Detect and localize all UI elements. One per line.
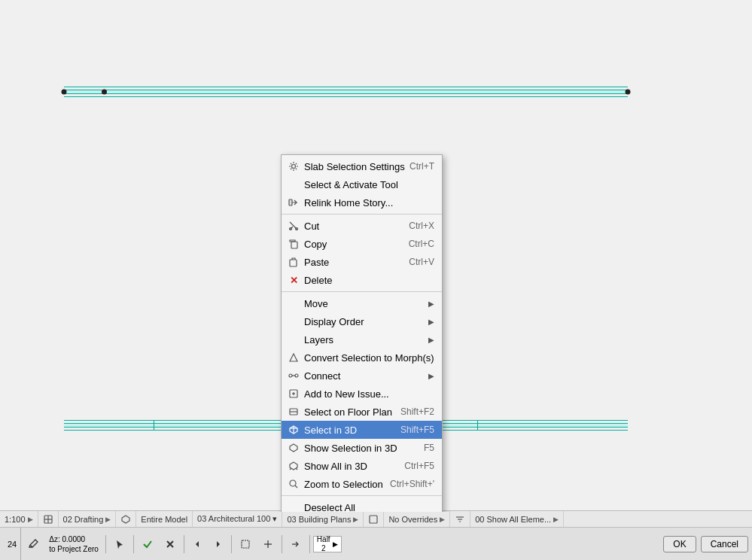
- menu-item-delete[interactable]: ✕ Delete: [282, 271, 442, 289]
- connect-icon: [288, 370, 300, 382]
- status-show-all[interactable]: 00 Show All Eleme... ▶: [470, 511, 564, 527]
- menu-item-convert-selection[interactable]: Convert Selection to Morph(s): [282, 348, 442, 367]
- showall3d-icon: [288, 460, 300, 472]
- toolbar-sep-2: [133, 535, 134, 553]
- menu-label: Connect: [304, 370, 340, 382]
- status-drafting[interactable]: 02 Drafting ▶: [59, 511, 117, 527]
- menu-item-move[interactable]: Move ▶: [282, 294, 442, 312]
- menu-item-select-activate[interactable]: Select & Activate Tool: [282, 175, 442, 193]
- paste-icon: [288, 256, 300, 268]
- menu-shortcut: Shift+F2: [400, 406, 434, 417]
- menu-item-relink[interactable]: Relink Home Story...: [282, 193, 442, 212]
- toolbar-cross-btn[interactable]: [257, 534, 279, 555]
- cancel-button[interactable]: Cancel: [701, 536, 748, 552]
- status-filter-icon[interactable]: [450, 511, 470, 527]
- menu-label: Copy: [304, 239, 327, 250]
- settings-icon: [288, 160, 300, 172]
- submenu-arrow: ▶: [428, 336, 434, 344]
- ok-button[interactable]: OK: [663, 536, 696, 552]
- drafting-arrow[interactable]: ▶: [105, 516, 111, 523]
- menu-shortcut: Ctrl+C: [409, 239, 434, 249]
- building-plans-arrow[interactable]: ▶: [353, 516, 358, 523]
- menu-item-copy[interactable]: Copy Ctrl+C: [282, 235, 442, 253]
- toolbar-cursor-btn[interactable]: [109, 534, 130, 555]
- svg-rect-30: [242, 540, 249, 548]
- toolbar-next-btn[interactable]: [209, 534, 228, 555]
- menu-shortcut: F5: [424, 443, 434, 453]
- menu-item-add-issue[interactable]: Add to New Issue...: [282, 385, 442, 403]
- menu-shortcut: Ctrl+X: [409, 221, 434, 231]
- menu-label: Paste: [304, 257, 329, 268]
- top-drawing-line: [64, 87, 628, 97]
- toolbar-sep-6: [309, 535, 310, 553]
- svg-point-0: [292, 165, 296, 169]
- menu-item-show-all-3d[interactable]: Show All in 3D Ctrl+F5: [282, 457, 442, 475]
- menu-label: Zoom to Selection: [304, 479, 383, 490]
- status-3d-icon[interactable]: [116, 511, 136, 527]
- submenu-arrow: ▶: [428, 300, 434, 308]
- half-dropdown[interactable]: Half 2 ▶: [313, 536, 342, 552]
- svg-line-17: [295, 485, 297, 488]
- separator-2: [282, 291, 442, 292]
- svg-point-7: [295, 374, 298, 377]
- svg-rect-21: [370, 516, 377, 523]
- toolbar-arrow-right-btn[interactable]: [285, 534, 306, 555]
- menu-shortcut: Ctrl+T: [409, 161, 434, 172]
- menu-item-cut[interactable]: Cut Ctrl+X: [282, 217, 442, 235]
- menu-item-deselect-all[interactable]: Deselect All: [282, 498, 442, 512]
- menu-item-slab-selection-settings[interactable]: Slab Selection Settings Ctrl+T: [282, 157, 442, 175]
- svg-point-6: [289, 374, 292, 377]
- status-arch-plan[interactable]: 03 Architectural 100 ▾: [193, 511, 282, 527]
- menu-shortcut: Ctrl+F5: [404, 461, 434, 471]
- menu-item-zoom-selection[interactable]: Zoom to Selection Ctrl+Shift+': [282, 475, 442, 493]
- status-model-scope[interactable]: Entire Model: [136, 511, 193, 527]
- menu-item-select-floor-plan[interactable]: Select on Floor Plan Shift+F2: [282, 403, 442, 421]
- ok-cancel-area: OK Cancel: [663, 536, 748, 552]
- issue-icon: [288, 388, 300, 400]
- status-building-plans[interactable]: 03 Building Plans ▶: [282, 511, 364, 527]
- overrides-arrow[interactable]: ▶: [440, 516, 445, 523]
- canvas-area: Slab Selection Settings Ctrl+T Select & …: [0, 0, 752, 512]
- menu-label: Cut: [304, 221, 319, 232]
- status-overrides[interactable]: No Overrides ▶: [384, 511, 450, 527]
- status-layer-icon[interactable]: [364, 511, 384, 527]
- menu-item-layers[interactable]: Layers ▶: [282, 330, 442, 348]
- toolbar-sep-4: [231, 535, 232, 553]
- toolbar-accept-btn[interactable]: [137, 534, 158, 555]
- menu-label: Delete: [304, 275, 333, 286]
- menu-item-paste[interactable]: Paste Ctrl+V: [282, 253, 442, 271]
- menu-label: Layers: [304, 334, 333, 345]
- coord-display: Δz: 0.0000 to Project Zero: [45, 534, 102, 554]
- toolbar-select-btn[interactable]: [235, 534, 256, 555]
- separator-1: [282, 214, 442, 215]
- menu-shortcut: Ctrl+Shift+': [390, 479, 434, 489]
- half-dropdown-arrow[interactable]: ▶: [333, 540, 338, 548]
- convert-icon: [288, 352, 300, 364]
- menu-label: Deselect All: [304, 502, 355, 513]
- toolbar-prev-btn[interactable]: [187, 534, 207, 555]
- copy-icon: [288, 238, 300, 250]
- 3d-icon: [288, 424, 300, 436]
- toolbar-pencil-btn[interactable]: [23, 534, 44, 555]
- toolbar-reject-btn[interactable]: [160, 534, 181, 555]
- show-all-arrow[interactable]: ▶: [553, 516, 559, 523]
- menu-label: Show All in 3D: [304, 461, 367, 472]
- separator-3: [282, 495, 442, 496]
- svg-rect-5: [290, 260, 297, 266]
- menu-label: Select & Activate Tool: [304, 179, 398, 190]
- menu-item-select-3d[interactable]: Select in 3D Shift+F5: [282, 421, 442, 439]
- menu-label: Display Order: [304, 316, 364, 327]
- toolbar-sep-1: [105, 535, 106, 553]
- relink-icon: [288, 196, 300, 208]
- menu-label: Select on Floor Plan: [304, 406, 392, 418]
- svg-point-16: [290, 480, 296, 486]
- svg-rect-4: [291, 242, 297, 248]
- context-menu: Slab Selection Settings Ctrl+T Select & …: [281, 154, 443, 512]
- submenu-arrow: ▶: [428, 372, 434, 380]
- status-scale[interactable]: 1:100 ▶: [0, 511, 38, 527]
- status-view-icon[interactable]: [38, 511, 59, 527]
- menu-item-connect[interactable]: Connect ▶: [282, 367, 442, 385]
- scale-arrow[interactable]: ▶: [28, 516, 33, 523]
- menu-item-show-selection-3d[interactable]: Show Selection in 3D F5: [282, 439, 442, 457]
- menu-item-display-order[interactable]: Display Order ▶: [282, 312, 442, 330]
